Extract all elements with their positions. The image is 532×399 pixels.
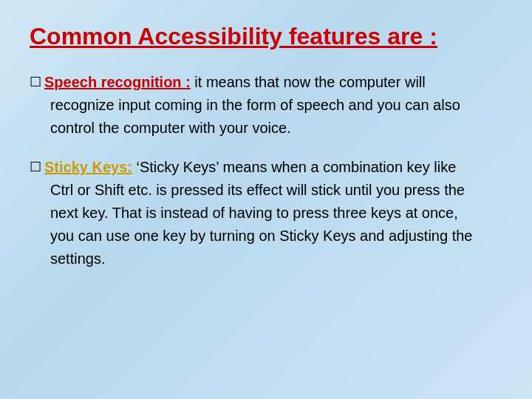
bullet-line-speech-3: control the computer with your voice.: [30, 117, 502, 140]
bullet-icon-speech: ☐: [30, 72, 41, 93]
sticky-term: Sticky Keys: ‘Sticky Keys’ means when a …: [44, 156, 456, 179]
bullet-line-speech-1: ☐ Speech recognition : it means that now…: [30, 71, 502, 94]
bullet-line-sticky-5: settings.: [30, 248, 502, 270]
slide: Common Accessibility features are : ☐ Sp…: [0, 0, 532, 399]
slide-title: Common Accessibility features are :: [30, 22, 502, 50]
bullet-block-sticky: ☐ Sticky Keys: ‘Sticky Keys’ means when …: [30, 156, 502, 270]
bullet-line-sticky-3: next key. That is instead of having to p…: [30, 202, 502, 225]
bullet-line-sticky-2: Ctrl or Shift etc. is pressed its effect…: [30, 179, 502, 202]
bullet-block-speech: ☐ Speech recognition : it means that now…: [30, 71, 502, 140]
bullet-line-sticky-4: you can use one key by turning on Sticky…: [30, 225, 502, 248]
speech-term: Speech recognition : it means that now t…: [44, 71, 426, 94]
sticky-term-text: Sticky Keys:: [44, 159, 132, 175]
bullet-line-speech-2: recognize input coming in the form of sp…: [30, 94, 502, 117]
speech-term-text: Speech recognition :: [44, 74, 191, 90]
bullet-icon-sticky: ☐: [30, 157, 41, 178]
bullet-line-sticky-1: ☐ Sticky Keys: ‘Sticky Keys’ means when …: [30, 156, 502, 179]
content-section: ☐ Speech recognition : it means that now…: [30, 71, 502, 270]
